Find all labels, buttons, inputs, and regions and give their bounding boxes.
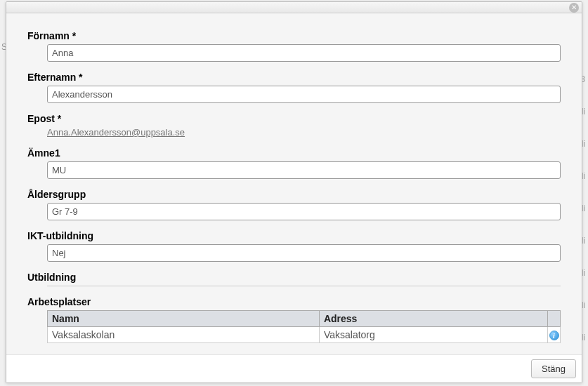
label-amne1: Ämne1 [27, 147, 561, 159]
label-efternamn: Efternamn * [27, 72, 561, 83]
label-arbetsplatser: Arbetsplatser [27, 296, 561, 307]
label-fornamn: Förnamn * [27, 30, 561, 41]
link-epost[interactable]: Anna.Alexandersson@uppsala.se [47, 127, 185, 138]
th-action [548, 311, 561, 327]
label-utbildning: Utbildning [27, 272, 561, 283]
arbetsplatser-table: Namn Adress Vaksalaskolan Vaksalatorg i [47, 310, 561, 343]
cell-adress: Vaksalatorg [319, 327, 547, 343]
input-ikt[interactable] [47, 244, 561, 262]
field-efternamn: Efternamn * [27, 72, 561, 103]
input-aldersgrupp[interactable] [47, 203, 561, 220]
dialog-footer: Stäng [6, 355, 582, 382]
close-icon[interactable]: ✕ [569, 3, 579, 13]
th-namn: Namn [48, 311, 320, 327]
dialog-header: ✕ [6, 2, 582, 13]
utbildning-divider [47, 286, 561, 286]
input-efternamn[interactable] [47, 86, 561, 103]
field-ikt: IKT-utbildning [27, 230, 561, 262]
field-amne1: Ämne1 [27, 147, 561, 179]
field-fornamn: Förnamn * [27, 30, 561, 62]
field-utbildning: Utbildning [27, 272, 561, 286]
input-amne1[interactable] [47, 161, 561, 179]
info-icon[interactable]: i [549, 331, 559, 340]
th-adress: Adress [319, 311, 547, 327]
label-ikt: IKT-utbildning [27, 230, 561, 241]
cell-namn: Vaksalaskolan [48, 327, 320, 343]
input-fornamn[interactable] [47, 44, 561, 62]
table-row: Vaksalaskolan Vaksalatorg i [48, 327, 561, 343]
label-aldersgrupp: Åldersgrupp [27, 189, 561, 200]
field-aldersgrupp: Åldersgrupp [27, 189, 561, 220]
close-button[interactable]: Stäng [531, 359, 576, 378]
field-arbetsplatser: Arbetsplatser Namn Adress Vaksalaskolan … [27, 296, 561, 343]
label-epost: Epost * [27, 113, 561, 124]
modal-dialog: ✕ Förnamn * Efternamn * Epost * Anna.Ale… [6, 1, 582, 383]
dialog-body: Förnamn * Efternamn * Epost * Anna.Alexa… [6, 13, 582, 355]
field-epost: Epost * Anna.Alexandersson@uppsala.se [27, 113, 561, 138]
